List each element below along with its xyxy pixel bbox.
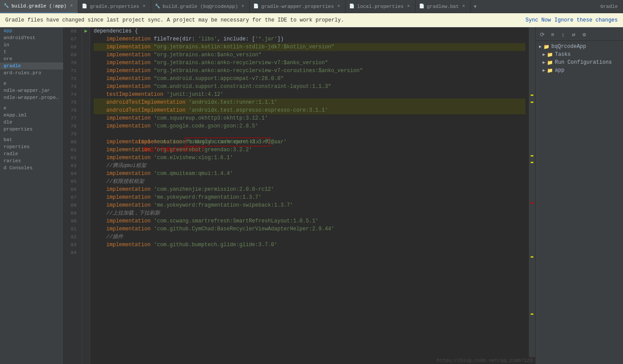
sidebar-item-t[interactable]: t	[0, 48, 63, 55]
code-line-79: implementation "androidx.core:core-ktx:+…	[94, 130, 525, 138]
gradle-file-icon: 🔧	[4, 3, 10, 9]
gradle-panel: ⟳ ≡ ↕ ⇄ ⚙ ▶ 📁 bqQrcodeApp ▶ 📁 Tasks ▶ 📁 …	[535, 27, 623, 364]
sidebar-item-ore[interactable]: ore	[0, 55, 63, 62]
tab-label: gradle.properties	[90, 4, 139, 9]
ln-67: 67	[64, 35, 79, 43]
sidebar-item-app-iml[interactable]: eApp.iml	[0, 112, 63, 119]
gradle-toolbar-link[interactable]: ≡	[548, 30, 557, 40]
gradle-file-icon2: 🔧	[155, 4, 161, 10]
tab-close-button[interactable]: ×	[335, 4, 342, 10]
tab-overflow-button[interactable]: ▾	[471, 3, 480, 10]
tab-gradle-wrapper-props[interactable]: 📄 gradle-wrapper.properties ×	[250, 0, 346, 13]
ln-73: 73	[64, 83, 79, 91]
tab-label: gradle-wrapper.properties	[261, 4, 334, 9]
gradle-tree-app[interactable]: ▶ 📁 app	[536, 66, 623, 74]
scroll-marker-yellow-4	[531, 162, 533, 163]
gradle-tree-tasks[interactable]: ▶ 📁 Tasks	[536, 51, 623, 58]
gradle-tree-run-configs[interactable]: ▶ 📁 Run Configurations	[536, 58, 623, 66]
watermark: https://blog.csdn.net/qq_21867123	[434, 357, 535, 364]
code-editor[interactable]: dependencies { implementation fileTree(d…	[90, 27, 529, 364]
ln-82: 82	[64, 154, 79, 162]
tab-close-button[interactable]: ×	[240, 4, 246, 10]
sidebar-item-rules-pro[interactable]: ard-rules.pro	[0, 69, 63, 76]
arrow-92	[82, 233, 90, 241]
gradle-toolbar-expand[interactable]: ↕	[558, 30, 568, 40]
scroll-marker-yellow-6	[531, 313, 533, 315]
sidebar-item-gradle[interactable]: gradle	[0, 62, 63, 69]
code-line-85: //权限授权框架	[94, 178, 525, 186]
sidebar-item-bat[interactable]: bat	[0, 136, 63, 143]
arrow-67	[82, 35, 90, 43]
ln-91: 91	[64, 225, 79, 233]
tab-label: build.gradle (bqQrcodeApp)	[163, 4, 238, 9]
tab-gradle-properties[interactable]: 📄 gradle.properties ×	[78, 0, 151, 13]
tab-gradlew-bat[interactable]: 📄 gradlew.bat ×	[415, 0, 471, 13]
notification-bar: Gradle files have changed since last pro…	[0, 13, 623, 27]
sidebar-item-wrapper-jar[interactable]: ndle-wrapper.jar	[0, 87, 63, 94]
sidebar-item-raries[interactable]: raries	[0, 157, 63, 164]
ignore-changes-link[interactable]: Ignore these changes	[554, 17, 618, 23]
code-line-88: implementation 'me.yokeyword:fragmentati…	[94, 201, 525, 209]
arrow-72	[82, 75, 90, 83]
tasks-label: Tasks	[555, 51, 571, 58]
ln-90: 90	[64, 217, 79, 225]
ln-85: 85	[64, 178, 79, 186]
ln-83: 83	[64, 162, 79, 170]
sidebar-item-app[interactable]: app	[0, 27, 63, 34]
tree-folder-icon: 📁	[543, 44, 550, 50]
tab-build-gradle-app[interactable]: 🔧 build.gradle (:app) ×	[0, 0, 78, 13]
run-configs-expand-icon: ▶	[543, 60, 545, 65]
run-configs-label: Run Configurations	[555, 59, 612, 66]
notification-message: Gradle files have changed since last pro…	[5, 17, 344, 23]
sidebar-item-in[interactable]: in	[0, 41, 63, 48]
gradle-toolbar-collapse[interactable]: ⇄	[569, 30, 579, 40]
sidebar-item-wrapper-props[interactable]: ndle-wrapper.properties	[0, 94, 63, 101]
scroll-track[interactable]	[529, 27, 535, 364]
sidebar-item-roperties[interactable]: roperties	[0, 143, 63, 150]
wrapper-file-icon: 📄	[253, 4, 259, 10]
scroll-marker-yellow-5	[531, 256, 533, 258]
sidebar-item-radle[interactable]: radle	[0, 150, 63, 157]
code-line-87: implementation 'me.yokeyword:fragmentati…	[94, 193, 525, 201]
gradle-toolbar-refresh[interactable]: ⟳	[537, 30, 547, 40]
code-line-81: implementation 'org.greenrobot:greendao:…	[94, 146, 525, 154]
sync-now-link[interactable]: Sync Now	[525, 17, 551, 23]
code-line-80: implementation 'com.tencent.bugly:crashr…	[94, 138, 525, 146]
ln-88: 88	[64, 201, 79, 209]
code-line-86: implementation 'com.yanzhenjie:permissio…	[94, 186, 525, 193]
sidebar-item-dle[interactable]: dle	[0, 119, 63, 126]
line-numbers: 66 67 68 69 70 71 72 73 74 75 76 77 78 7…	[64, 27, 82, 364]
arrow-91	[82, 225, 90, 233]
code-container[interactable]: 66 67 68 69 70 71 72 73 74 75 76 77 78 7…	[64, 27, 535, 364]
tab-close-button[interactable]: ×	[68, 3, 74, 9]
scroll-marker-red	[531, 202, 533, 204]
ln-89: 89	[64, 209, 79, 217]
arrow-90	[82, 217, 90, 225]
ln-81: 81	[64, 146, 79, 154]
ln-69: 69	[64, 51, 79, 59]
app-folder-icon: 📁	[547, 68, 553, 73]
tab-close-button[interactable]: ×	[141, 4, 147, 10]
gradle-toolbar-settings[interactable]: ⚙	[579, 30, 589, 40]
code-line-93: implementation 'com.github.bumptech.glid…	[94, 241, 525, 249]
tab-local-properties[interactable]: 📄 local.properties ×	[346, 0, 415, 13]
sidebar-item-properties[interactable]: properties	[0, 126, 63, 133]
tab-label: build.gradle (:app)	[11, 4, 66, 9]
code-line-70: implementation "org.jetbrains.anko:anko-…	[94, 59, 525, 67]
tab-close-button[interactable]: ×	[405, 4, 412, 10]
ln-68: 68	[64, 43, 79, 51]
tree-expand-icon: ▶	[539, 44, 542, 49]
scroll-marker-yellow-3	[531, 155, 533, 157]
tab-close-button[interactable]: ×	[461, 4, 467, 10]
local-file-icon: 📄	[349, 4, 355, 10]
sidebar-item-e[interactable]: e	[0, 80, 63, 87]
gradle-tree-root[interactable]: ▶ 📁 bqQrcodeApp	[536, 43, 623, 51]
sidebar-item-e2[interactable]: e	[0, 105, 63, 112]
gradle-root-label: bqQrcodeApp	[551, 44, 586, 50]
code-line-72: implementation "com.android.support:appc…	[94, 75, 525, 83]
bat-file-icon: 📄	[419, 4, 425, 10]
sidebar-item-androidtest[interactable]: androidTest	[0, 34, 63, 41]
tab-build-gradle-bq[interactable]: 🔧 build.gradle (bqQrcodeApp) ×	[151, 0, 250, 13]
sidebar-item-consoles[interactable]: d Consoles	[0, 164, 63, 171]
arrow-69	[82, 51, 90, 59]
